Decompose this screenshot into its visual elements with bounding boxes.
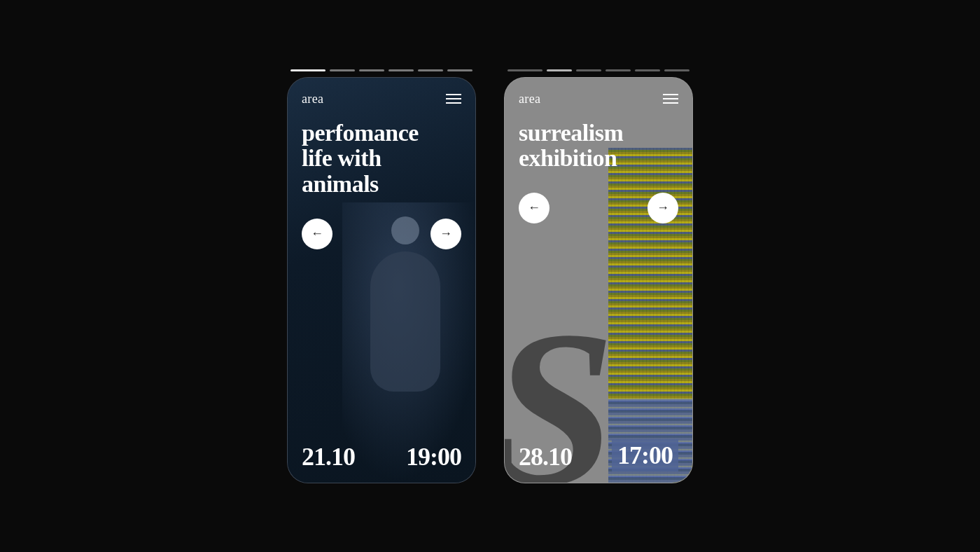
progress2-seg-5 [635,69,660,71]
phone1-logo: area [302,92,323,106]
phone2-prev-button[interactable]: ← [519,193,550,223]
phone1-title-line3: animals [302,172,461,198]
phone2-ui: area surrealism exhibition ← → 28.10 17:… [505,78,692,483]
progress2-seg-3 [576,69,601,71]
phone2-menu-button[interactable] [663,94,678,104]
phone2-title: surrealism exhibition [505,113,692,172]
phone2-header: area [505,78,692,113]
phone1-date: 21.10 [302,442,355,471]
phone1-prev-button[interactable]: ← [302,219,332,249]
progress2-seg-1 [507,69,542,71]
hamburger2-line-2 [663,98,678,99]
phone1-title-line1: perfomance [302,120,461,146]
phone1-menu-button[interactable] [446,94,461,104]
progress2-seg-2 [547,69,572,71]
phone1-time: 19:00 [406,442,461,471]
phone2: S area surrealism exhibition ← → [504,77,693,483]
phone1-ui: area perfomance life with animals ← → 21… [288,78,475,483]
phone1-title-line2: life with [302,146,461,172]
phone1-footer: 21.10 19:00 [288,431,475,483]
hamburger2-line-1 [663,94,678,95]
progress2-seg-6 [664,69,690,71]
progress-seg-6 [447,69,472,71]
phone1: area perfomance life with animals ← → 21… [287,77,476,483]
phone2-title-line2: exhibition [519,146,678,172]
phone1-progress [290,69,472,71]
phone2-nav: ← → [505,179,692,237]
phone2-logo: area [519,92,540,106]
phone1-header: area [288,78,475,113]
hamburger-line-3 [446,102,461,104]
phone2-time: 17:00 [612,439,678,471]
hamburger-line-1 [446,94,461,95]
phone2-footer: 28.10 17:00 [505,428,692,483]
progress-seg-5 [418,69,443,71]
hamburger2-line-3 [663,102,678,104]
progress2-seg-4 [606,69,631,71]
phone1-next-button[interactable]: → [430,219,461,249]
progress-seg-1 [290,69,326,71]
phone1-title: perfomance life with animals [288,113,475,198]
progress-seg-3 [359,69,384,71]
phone2-progress [507,69,690,71]
phone1-wrapper: area perfomance life with animals ← → 21… [287,69,476,483]
phone2-next-button[interactable]: → [648,193,678,223]
phone2-title-line1: surrealism [519,120,678,146]
phone2-date: 28.10 [519,442,572,471]
phone1-nav: ← → [288,205,475,263]
progress-seg-2 [330,69,355,71]
hamburger-line-2 [446,98,461,99]
progress-seg-4 [388,69,414,71]
phone2-wrapper: S area surrealism exhibition ← → [504,69,693,483]
